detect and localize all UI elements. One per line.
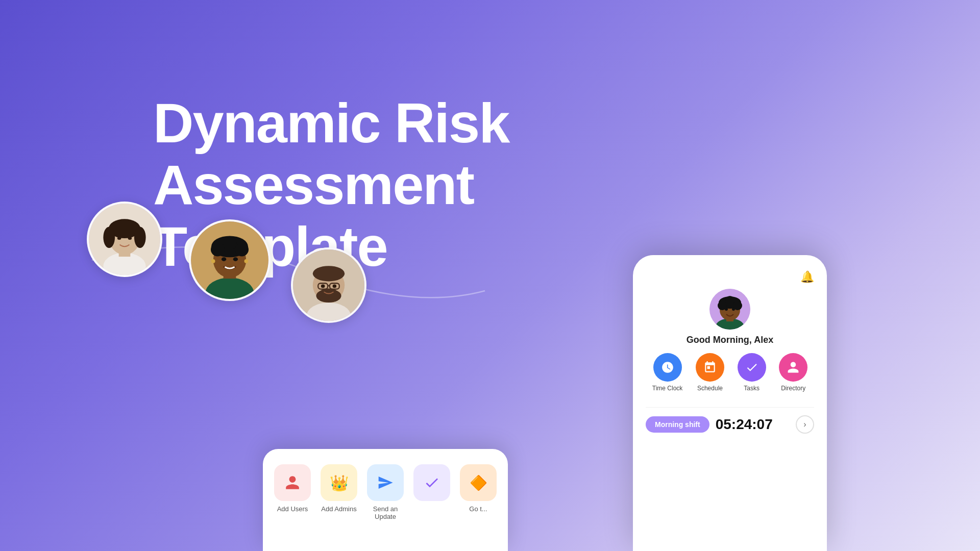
svg-point-8 (128, 237, 132, 240)
phone-greeting: Good Morning, Alex (687, 335, 773, 345)
app-icon-goto[interactable]: 🔶 Go t... (459, 464, 498, 513)
phone-icons-row: Time Clock Schedule Tasks (646, 353, 814, 392)
timeclock-label: Time Clock (652, 385, 683, 392)
add-users-label: Add Users (277, 505, 308, 513)
shift-time: 05:24:07 (716, 416, 790, 433)
notification-bell-icon[interactable]: 🔔 (800, 270, 814, 284)
svg-point-19 (222, 257, 227, 261)
svg-point-7 (117, 237, 121, 240)
app-mockup-left: Add Users 👑 Add Admins Send an Update (263, 449, 508, 551)
shift-badge: Morning shift (646, 416, 709, 433)
phone-icon-tasks[interactable]: Tasks (738, 353, 766, 392)
app-icon-checkmark[interactable] (412, 464, 451, 505)
tasks-icon (738, 353, 766, 382)
schedule-label: Schedule (697, 385, 723, 392)
svg-point-15 (235, 243, 249, 257)
svg-point-6 (134, 227, 146, 248)
avatar-person-3 (291, 247, 366, 323)
phone-icon-directory[interactable]: Directory (779, 353, 807, 392)
svg-point-18 (244, 259, 249, 263)
phone-avatar (709, 289, 750, 330)
svg-point-17 (211, 259, 215, 263)
send-update-label: Send an Update (366, 505, 405, 520)
timeclock-icon (653, 353, 682, 382)
send-update-icon (367, 464, 404, 501)
phone-avatar-area: Good Morning, Alex (646, 289, 814, 345)
svg-point-32 (333, 285, 337, 288)
svg-point-20 (233, 257, 238, 261)
avatar-person-1 (87, 202, 162, 277)
avatar-person-2 (189, 219, 271, 301)
svg-point-5 (103, 227, 115, 248)
svg-point-40 (725, 296, 734, 305)
svg-point-41 (725, 308, 728, 311)
checkmark-icon (413, 464, 450, 501)
svg-point-25 (313, 266, 345, 281)
add-admins-label: Add Admins (321, 505, 356, 513)
app-icon-send-update[interactable]: Send an Update (366, 464, 405, 520)
directory-label: Directory (781, 385, 805, 392)
directory-icon (779, 353, 807, 382)
tasks-label: Tasks (744, 385, 760, 392)
goto-label: Go t... (469, 505, 487, 513)
add-users-icon (274, 464, 311, 501)
phone-icon-schedule[interactable]: Schedule (696, 353, 724, 392)
shift-row: Morning shift 05:24:07 › (646, 415, 814, 434)
app-icon-add-admins[interactable]: 👑 Add Admins (320, 464, 358, 513)
schedule-icon (696, 353, 724, 382)
shift-next-button[interactable]: › (796, 415, 814, 434)
add-admins-icon: 👑 (321, 464, 357, 501)
svg-point-14 (211, 243, 225, 257)
svg-point-42 (732, 308, 735, 311)
svg-point-31 (321, 285, 325, 288)
goto-icon: 🔶 (460, 464, 497, 501)
phone-icon-timeclock[interactable]: Time Clock (652, 353, 683, 392)
app-icon-add-users[interactable]: Add Users (273, 464, 312, 513)
phone-mockup-right: 🔔 Good M (633, 255, 827, 551)
svg-point-16 (223, 236, 237, 250)
